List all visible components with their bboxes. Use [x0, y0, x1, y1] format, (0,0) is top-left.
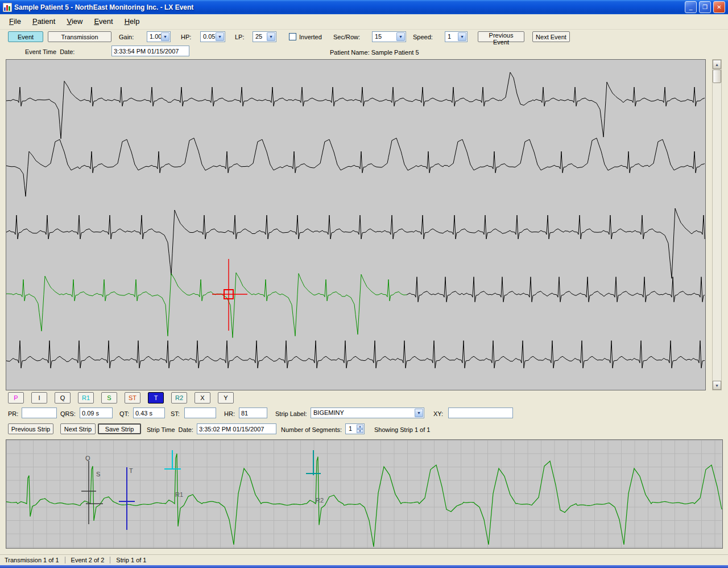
- ecg-trace-row-3: [6, 273, 407, 337]
- speed-label: Speed:: [413, 32, 433, 42]
- gain-select[interactable]: 1.00 ▼: [147, 31, 171, 42]
- strip-label-label: Strip Label:: [275, 409, 307, 419]
- event-time-field[interactable]: [111, 46, 189, 56]
- qrs-label: QRS:: [60, 409, 76, 419]
- scroll-down-icon[interactable]: ▼: [713, 381, 721, 390]
- marker-buttons: PIQR1SSTTR2XY: [8, 392, 234, 404]
- ecg-trace-row-1: [6, 138, 705, 197]
- strip-display-area[interactable]: QSTR1R2: [6, 439, 723, 549]
- ecg-trace-row-4: [6, 341, 705, 368]
- marker-button-y[interactable]: Y: [218, 392, 234, 404]
- marker-button-p[interactable]: P: [8, 392, 24, 404]
- marker-button-x[interactable]: X: [195, 392, 210, 404]
- status-item-1: Event 2 of 2: [71, 557, 105, 563]
- qt-field[interactable]: [133, 408, 165, 418]
- sec-row-label: Sec/Row:: [333, 32, 360, 42]
- ecg-trace-row-2: [6, 208, 705, 278]
- transmission-button[interactable]: Transmission: [48, 31, 111, 42]
- strip-label-caret-icon: ▼: [415, 409, 423, 417]
- strip-label-value: BIGEMINY: [313, 409, 344, 416]
- status-item-2: Strip 1 of 1: [116, 557, 146, 563]
- menu-patient[interactable]: Patient: [27, 14, 61, 29]
- marker-button-t[interactable]: T: [148, 392, 164, 404]
- marker-button-i[interactable]: I: [31, 392, 47, 404]
- segments-spinner[interactable]: 1 ▲ ▼: [345, 423, 365, 434]
- taskbar-edge: [0, 565, 728, 568]
- menu-file[interactable]: File: [3, 14, 27, 29]
- ecg-trace-row-0: [6, 72, 705, 139]
- hp-value: 0.05: [203, 33, 215, 40]
- svg-text:S: S: [96, 471, 100, 478]
- strip-svg[interactable]: QSTR1R2: [6, 440, 722, 548]
- ecg-trace-row-3: [407, 277, 705, 302]
- lp-caret-icon: ▼: [267, 32, 275, 41]
- lp-select[interactable]: 25 ▼: [253, 31, 276, 42]
- previous-strip-button[interactable]: Previous Strip: [8, 423, 53, 434]
- marker-button-r2[interactable]: R2: [171, 392, 187, 404]
- hp-caret-icon: ▼: [216, 32, 224, 41]
- strip-marker-s[interactable]: S: [96, 471, 100, 478]
- next-event-button[interactable]: Next Event: [532, 31, 570, 42]
- ecg-scrollbar[interactable]: ▲ ▼: [712, 59, 722, 390]
- close-button[interactable]: ✕: [713, 1, 725, 13]
- lp-value: 25: [255, 33, 262, 40]
- strip-time-field[interactable]: [197, 423, 276, 434]
- segments-value: 1: [349, 425, 352, 432]
- menu-view[interactable]: View: [61, 14, 88, 29]
- event-time-label: Event Time Date:: [25, 47, 75, 57]
- window-title: Sample Patient 5 - NorthEast Monitoring …: [14, 3, 682, 11]
- event-button[interactable]: Event: [8, 31, 43, 42]
- marker-button-q[interactable]: Q: [55, 392, 71, 404]
- speed-caret-icon: ▼: [458, 32, 466, 41]
- scrollbar-thumb[interactable]: [713, 69, 721, 83]
- main-ecg-svg[interactable]: [6, 60, 705, 390]
- scroll-up-icon[interactable]: ▲: [713, 60, 721, 69]
- status-item-0: Transmission 1 of 1: [5, 557, 59, 563]
- hp-select[interactable]: 0.05 ▼: [200, 31, 225, 42]
- previous-event-button[interactable]: Previous Event: [478, 31, 524, 42]
- showing-strip-text: Showing Strip 1 of 1: [374, 425, 430, 435]
- maximize-button[interactable]: ❐: [699, 1, 711, 13]
- svg-text:T: T: [129, 467, 133, 474]
- pr-label: PR:: [8, 409, 18, 419]
- speed-select[interactable]: 1 ▼: [445, 31, 468, 42]
- marker-button-st[interactable]: ST: [125, 392, 140, 404]
- segments-down-icon[interactable]: ▼: [357, 429, 363, 434]
- hr-field[interactable]: [239, 408, 267, 418]
- st-field[interactable]: [184, 408, 216, 418]
- status-separator: [110, 557, 110, 563]
- qrs-field[interactable]: [80, 408, 113, 418]
- strip-marker-q[interactable]: Q: [81, 455, 103, 524]
- minimize-button[interactable]: _: [685, 1, 697, 13]
- svg-text:Q: Q: [85, 455, 90, 462]
- gain-caret-icon: ▼: [161, 32, 169, 41]
- lp-label: LP:: [235, 32, 245, 42]
- segments-up-icon[interactable]: ▲: [357, 425, 363, 429]
- svg-text:R1: R1: [175, 491, 183, 498]
- pr-field[interactable]: [22, 408, 57, 418]
- gain-label: Gain:: [119, 32, 134, 42]
- status-bar: Transmission 1 of 1Event 2 of 2Strip 1 o…: [0, 554, 728, 565]
- strip-label-select[interactable]: BIGEMINY ▼: [311, 408, 424, 418]
- next-strip-button[interactable]: Next Strip: [60, 423, 96, 434]
- qt-label: QT:: [119, 409, 129, 419]
- st-label: ST:: [171, 409, 180, 419]
- menu-help[interactable]: Help: [119, 14, 146, 29]
- marker-button-s[interactable]: S: [101, 392, 117, 404]
- inverted-label: Inverted: [299, 32, 322, 42]
- lx-event-window: Sample Patient 5 - NorthEast Monitoring …: [0, 0, 728, 568]
- inverted-checkbox[interactable]: [289, 33, 296, 40]
- menu-event[interactable]: Event: [88, 14, 118, 29]
- segments-label: Number of Segments:: [281, 425, 342, 435]
- sec-row-select[interactable]: 15 ▼: [372, 31, 406, 42]
- title-bar: Sample Patient 5 - NorthEast Monitoring …: [0, 0, 728, 14]
- strip-grid: [6, 440, 722, 548]
- save-strip-button[interactable]: Save Strip: [98, 423, 141, 434]
- ecg-display-area[interactable]: [6, 59, 706, 390]
- strip-marker-r2[interactable]: R2: [306, 450, 324, 504]
- xy-field[interactable]: [448, 408, 513, 418]
- speed-value: 1: [448, 33, 451, 40]
- sec-row-caret-icon: ▼: [396, 32, 405, 41]
- marker-button-r1[interactable]: R1: [78, 392, 94, 404]
- cursor-crosshair: [212, 259, 247, 331]
